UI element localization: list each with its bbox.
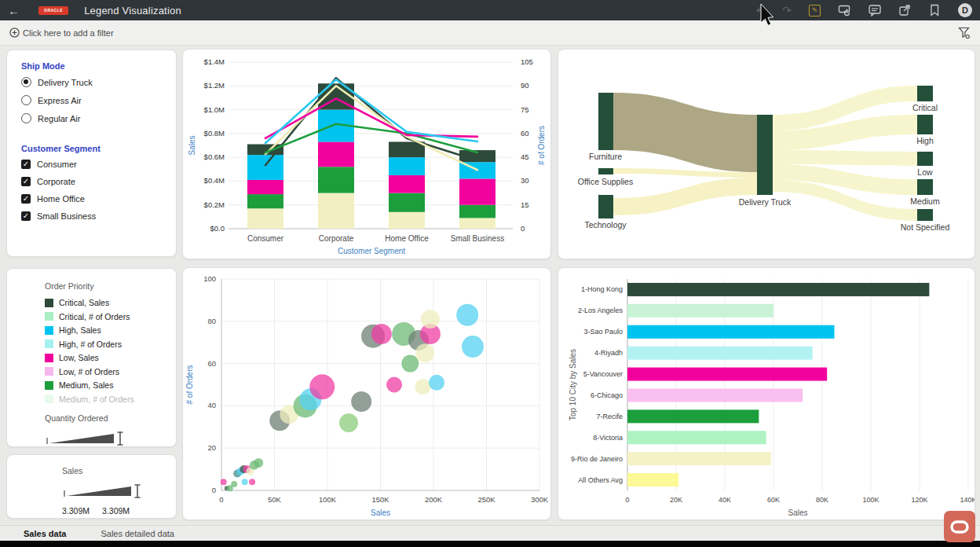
city-bar-chart-panel: 020K40K60K80K100K120K140K1-Hong Kong2-Lo…: [558, 267, 975, 520]
svg-text:60: 60: [521, 129, 529, 138]
customer-segment-option-small-business[interactable]: ✓Small Business: [21, 211, 168, 221]
option-label: Home Office: [37, 194, 85, 204]
svg-text:Office Supplies: Office Supplies: [578, 177, 633, 186]
legend-label: Medium, Sales: [59, 380, 113, 390]
customer-segment-option-corporate[interactable]: ✓Corporate: [21, 177, 168, 186]
svg-text:Low: Low: [917, 167, 933, 177]
back-icon[interactable]: ←: [8, 5, 20, 17]
svg-text:Medium: Medium: [910, 196, 940, 206]
radio-icon[interactable]: [21, 77, 31, 87]
tab-sales-detailed-data[interactable]: Sales detailed data: [101, 529, 174, 538]
data-refresh-icon[interactable]: [838, 4, 851, 17]
svg-text:60: 60: [207, 359, 216, 368]
quantity-ordered-slider[interactable]: [45, 430, 131, 448]
legend-item: Medium, Sales: [45, 380, 170, 390]
radio-icon[interactable]: [21, 95, 31, 105]
orders-vs-sales-bubble-chart: 050K100K150K200K250K300K020406080100# of…: [183, 268, 551, 520]
legend-swatch: [45, 381, 53, 390]
svg-text:Delivery Truck: Delivery Truck: [739, 197, 792, 207]
checkbox-icon[interactable]: ✓: [21, 160, 31, 169]
svg-text:250K: 250K: [477, 495, 495, 504]
svg-text:120K: 120K: [911, 496, 927, 504]
comments-icon[interactable]: [868, 4, 881, 17]
sales-slider-label: Sales: [62, 466, 170, 475]
legend-swatch: [45, 299, 53, 307]
svg-text:20: 20: [207, 443, 216, 452]
svg-text:100K: 100K: [862, 496, 879, 504]
svg-text:$0.6M: $0.6M: [204, 152, 225, 161]
bookmark-icon[interactable]: [928, 4, 941, 17]
sales-slider[interactable]: [62, 483, 148, 501]
svg-text:Consumer: Consumer: [247, 234, 284, 243]
oracle-o-icon: [950, 520, 969, 534]
svg-text:$1.4M: $1.4M: [204, 57, 225, 66]
legend-swatch: [45, 395, 53, 403]
svg-text:15: 15: [521, 200, 529, 209]
order-priority-title: Order Priority: [45, 281, 170, 291]
sales-min-value: 3.309M: [62, 506, 90, 516]
svg-text:90: 90: [521, 81, 529, 90]
category-shipmode-priority-sankey: FurnitureOffice SuppliesTechnologyDelive…: [558, 50, 975, 259]
legend-item: High, Sales: [45, 325, 170, 335]
svg-text:150K: 150K: [371, 495, 389, 504]
legend-item: Low, # of Orders: [45, 367, 170, 376]
top-city-by-sales-bar-chart: 020K40K60K80K100K120K140K1-Hong Kong2-Lo…: [558, 268, 975, 520]
svg-text:105: 105: [521, 57, 533, 66]
user-avatar[interactable]: D: [958, 3, 972, 17]
bottom-strip: [0, 541, 980, 547]
svg-text:Furniture: Furniture: [589, 152, 622, 161]
sales-by-segment-combo-chart: $0.0$0.2M$0.4M$0.6M$0.8M$1.0M$1.2M$1.4M0…: [183, 50, 551, 259]
legend-label: Critical, Sales: [59, 298, 109, 307]
checkbox-icon[interactable]: ✓: [21, 194, 31, 204]
legend-swatch: [45, 312, 53, 321]
svg-text:0: 0: [212, 486, 216, 494]
svg-text:Critical: Critical: [912, 103, 938, 112]
legend-swatch: [45, 354, 53, 362]
ship-mode-label: Ship Mode: [21, 61, 168, 71]
svg-text:5-Vancouver: 5-Vancouver: [583, 370, 623, 378]
add-filter-button[interactable]: Click here to add a filter: [9, 28, 114, 38]
ship-mode-option-delivery-truck[interactable]: Delivery Truck: [21, 77, 168, 87]
undo-icon[interactable]: ↶: [756, 5, 766, 16]
svg-text:140K: 140K: [960, 496, 975, 504]
filter-bar: Click here to add a filter: [0, 20, 980, 46]
ship-mode-option-regular-air[interactable]: Regular Air: [21, 113, 168, 123]
svg-text:0: 0: [521, 224, 525, 233]
sales-max-value: 3.309M: [102, 506, 130, 516]
svg-text:0: 0: [219, 495, 223, 504]
svg-text:1-Hong Kong: 1-Hong Kong: [581, 285, 623, 293]
svg-text:6-Chicago: 6-Chicago: [591, 391, 623, 399]
radio-icon[interactable]: [21, 113, 31, 123]
svg-text:$0.0: $0.0: [210, 224, 225, 233]
option-label: Express Air: [38, 96, 82, 105]
checkbox-icon[interactable]: ✓: [21, 211, 31, 221]
svg-text:45: 45: [521, 152, 529, 161]
svg-text:Customer Segment: Customer Segment: [338, 247, 405, 255]
svg-text:7-Recife: 7-Recife: [596, 413, 623, 420]
svg-text:60K: 60K: [767, 496, 780, 504]
plus-circle-icon: [9, 28, 20, 38]
legend-item: Low, Sales: [45, 353, 170, 362]
legend-label: Low, Sales: [59, 353, 99, 362]
filter-settings-icon[interactable]: [958, 27, 971, 39]
svg-text:4-Riyadh: 4-Riyadh: [594, 349, 623, 357]
add-filter-label: Click here to add a filter: [23, 28, 114, 38]
legend-item: Medium, # of Orders: [45, 395, 170, 404]
export-icon[interactable]: [898, 4, 911, 17]
oracle-assistant-button[interactable]: [944, 511, 975, 542]
legend-swatch: [45, 367, 53, 376]
customer-segment-option-consumer[interactable]: ✓Consumer: [21, 160, 168, 169]
customer-segment-option-home-office[interactable]: ✓Home Office: [21, 194, 168, 204]
svg-text:80K: 80K: [816, 496, 828, 504]
tab-sales-data[interactable]: Sales data: [24, 529, 66, 538]
svg-text:$0.4M: $0.4M: [204, 176, 225, 185]
svg-text:200K: 200K: [425, 495, 443, 504]
legend-panel: Order Priority Critical, SalesCritical, …: [6, 268, 177, 447]
svg-text:100: 100: [203, 274, 216, 283]
edit-icon[interactable]: ✎: [809, 5, 821, 17]
ship-mode-option-express-air[interactable]: Express Air: [21, 95, 168, 105]
svg-text:3-Sao Paulo: 3-Sao Paulo: [583, 328, 623, 336]
checkbox-icon[interactable]: ✓: [21, 177, 31, 186]
legend-swatch: [45, 326, 53, 335]
redo-icon[interactable]: ↷: [782, 5, 792, 16]
